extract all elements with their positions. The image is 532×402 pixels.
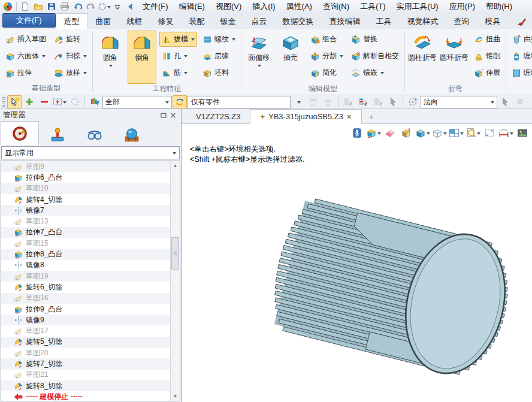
lasso-select-button[interactable] <box>68 95 82 108</box>
collapse-left-button[interactable] <box>124 1 137 13</box>
tree-item[interactable]: 草图20 <box>1 347 170 358</box>
simplify-button[interactable]: 简化 <box>308 65 346 80</box>
pick-from-list-active-button[interactable] <box>356 95 370 108</box>
inlay-button[interactable]: 镶嵌 <box>349 65 401 80</box>
tree-item[interactable]: 旋转7_切除 <box>1 358 170 369</box>
view-layout-button[interactable] <box>449 126 464 140</box>
pick-cursor-button[interactable] <box>7 95 22 108</box>
restore-panel-button[interactable] <box>159 111 168 119</box>
capture-button[interactable] <box>515 126 530 140</box>
zoom-fit-button[interactable] <box>482 126 497 140</box>
ribbon-tab-11[interactable]: 查询 <box>446 14 477 29</box>
torus-bend-button[interactable]: 圆环折弯 <box>440 31 468 84</box>
menu-item-0[interactable]: 文件(F) <box>137 0 174 13</box>
pick-gear-button[interactable] <box>513 95 527 108</box>
tree-item[interactable]: 拉伸6_凸台 <box>1 172 170 183</box>
shell-button[interactable]: 抽壳 <box>276 31 305 84</box>
zoom-sheet-button[interactable] <box>466 126 480 140</box>
sweep-button[interactable]: 扫掠 <box>52 49 89 64</box>
tree-item[interactable]: 草图19 <box>1 271 170 282</box>
tree-item[interactable]: 草图10 <box>1 183 170 194</box>
tree-item[interactable]: 草图16 <box>1 293 170 304</box>
thread-button[interactable]: 螺纹 <box>200 32 238 47</box>
open-file-button[interactable] <box>32 1 45 13</box>
toolbar-grip[interactable] <box>2 97 5 107</box>
ribbon-tab-3[interactable]: 修复 <box>150 14 182 29</box>
menu-item-8[interactable]: 应用(P) <box>444 0 480 13</box>
document-tab-1[interactable]: +YB3-315juzuoSB5.Z3× <box>250 109 361 124</box>
wrap-grid-button[interactable]: 缠绕 <box>509 65 532 80</box>
tree-item[interactable]: 旋转5_切除 <box>1 337 170 347</box>
sketch-button[interactable]: 插入草图 <box>3 32 49 47</box>
cylinder-bend-button[interactable]: 圆柱折弯 <box>408 31 437 84</box>
app-logo-button[interactable] <box>1 1 14 13</box>
heal-button[interactable]: 解析自相交 <box>349 49 401 64</box>
toolbar-options-button[interactable] <box>111 1 124 13</box>
scroll-up-button[interactable]: ▲ <box>171 161 180 170</box>
tree-item[interactable]: 草图21 <box>1 370 170 380</box>
box-select-button[interactable] <box>52 95 67 108</box>
tree-item[interactable]: 拉伸9_凸台 <box>1 304 170 315</box>
tree-item[interactable]: 镜像7 <box>1 205 170 216</box>
face-offset-button[interactable]: 面偏移 <box>244 31 273 84</box>
ribbon-tab-1[interactable]: 曲面 <box>88 14 119 29</box>
add-select-button[interactable] <box>22 95 37 108</box>
menu-item-4[interactable]: 属性(A) <box>281 0 318 13</box>
revolve-button[interactable]: 旋转 <box>52 32 89 47</box>
tree-item[interactable]: 草图9 <box>1 161 170 172</box>
render-tab[interactable] <box>113 125 150 145</box>
scroll-down-button[interactable]: ▼ <box>171 392 180 401</box>
new-tab-button[interactable]: + <box>362 110 381 123</box>
redo-button[interactable] <box>84 1 98 13</box>
combine-button[interactable]: 组合 <box>308 32 346 47</box>
def-chain-button[interactable]: def <box>306 95 321 108</box>
scroll-track[interactable] <box>171 170 180 392</box>
tree-item[interactable]: 旋转4_切除 <box>1 194 170 205</box>
ribbon-tab-7[interactable]: 数据交换 <box>275 14 322 29</box>
loft-button[interactable]: 放样 <box>52 65 89 80</box>
close-panel-button[interactable] <box>168 111 178 119</box>
menu-item-2[interactable]: 视图(V) <box>210 0 247 13</box>
tree-item[interactable]: ----- 建模停止 ----- <box>1 391 170 401</box>
ribbon-tab-2[interactable]: 线框 <box>119 14 150 29</box>
menu-item-9[interactable]: 帮助(H) <box>480 0 518 13</box>
tree-item[interactable]: 镜像8 <box>1 260 170 271</box>
manager-filter-combo[interactable]: 显示常用 <box>1 146 180 159</box>
tree-item[interactable]: 镜像9 <box>1 315 170 325</box>
reorient-button[interactable] <box>406 95 420 108</box>
print-button[interactable] <box>58 1 71 13</box>
pick-last-button[interactable] <box>371 95 385 108</box>
stretch-button[interactable]: 伸展 <box>471 65 503 80</box>
wireframe-mode-button[interactable] <box>432 126 447 140</box>
tree-item[interactable]: 草图17 <box>1 325 170 336</box>
tree-item[interactable]: 拉伸7_凸台 <box>1 227 170 238</box>
ribbon-tab-6[interactable]: 点云 <box>244 14 275 29</box>
wrap-face-button[interactable]: 缠绕 <box>509 49 532 64</box>
ribbon-tab-9[interactable]: 工具 <box>368 14 400 29</box>
ribbon-tab-10[interactable]: 视觉样式 <box>400 14 446 29</box>
def-dome-button[interactable]: def <box>321 95 335 108</box>
entity-filter-input[interactable]: 仅有零件 <box>188 96 291 108</box>
display-mode-button[interactable] <box>366 126 381 140</box>
show-target-button[interactable] <box>399 126 413 140</box>
exit-button[interactable] <box>350 126 364 140</box>
stock-button[interactable]: 坯料 <box>200 65 238 80</box>
remove-select-button[interactable] <box>37 95 52 108</box>
replace-button[interactable]: 替换 <box>349 32 401 47</box>
lip-button[interactable]: 层缘 <box>200 49 238 64</box>
menu-item-1[interactable]: 编辑(E) <box>174 0 210 13</box>
tree-scrollbar[interactable]: ▲ ▼ <box>170 161 180 401</box>
twist-button[interactable]: 扭曲 <box>471 32 503 47</box>
fillet-button[interactable]: 圆角 <box>96 31 125 84</box>
hole-button[interactable]: 孔 <box>159 49 197 64</box>
menu-item-5[interactable]: 查询(N) <box>318 0 355 13</box>
box-button[interactable]: 六面体 <box>3 49 49 64</box>
taper-button[interactable]: 锥削 <box>471 49 503 64</box>
tab-close-icon[interactable]: × <box>347 112 352 121</box>
pick-arrow-button[interactable] <box>386 95 400 108</box>
draft-button[interactable]: 拔模 <box>159 32 197 47</box>
filter-combo[interactable]: 全部 <box>102 96 172 108</box>
constraint-tab[interactable] <box>39 125 76 145</box>
ribbon-tab-4[interactable]: 装配 <box>182 14 213 29</box>
shaded-mode-button[interactable] <box>415 126 430 140</box>
